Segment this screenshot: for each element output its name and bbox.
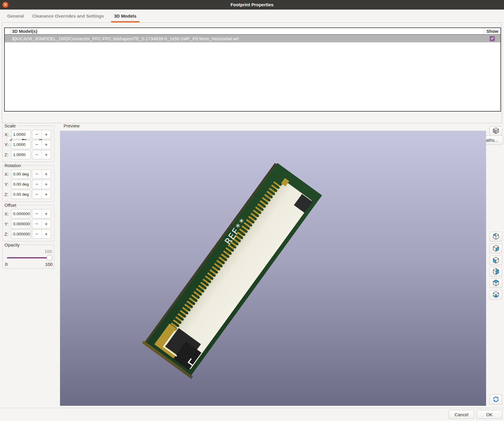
decrement-button[interactable]: −: [32, 190, 42, 199]
show-checkbox[interactable]: [490, 36, 495, 41]
increment-button[interactable]: +: [42, 170, 51, 178]
increment-button[interactable]: +: [42, 230, 51, 238]
increment-button[interactable]: +: [42, 130, 51, 139]
decrement-button[interactable]: −: [32, 220, 42, 228]
opacity-max-label: 100: [45, 262, 53, 267]
scale-y-stepper: − +: [32, 140, 51, 149]
opacity-slider-thumb[interactable]: [47, 255, 53, 261]
increment-button[interactable]: +: [42, 209, 51, 218]
table-header-row: 3D Model(s) Show: [5, 28, 500, 35]
show-cell: [484, 36, 500, 41]
model-path-cell[interactable]: ${KICAD6_3DMODEL_DIR}/Connector_FFC-FPC.…: [10, 36, 484, 41]
rotation-x-input[interactable]: [11, 169, 31, 179]
rotation-group: Rotation X: − + Y: − + Z: − +: [2, 163, 54, 202]
axis-label: Y:: [4, 221, 11, 226]
view-from-front-button[interactable]: [489, 256, 502, 265]
refresh-icon: [492, 395, 500, 404]
axis-label: X:: [4, 132, 11, 137]
view-from-bottom-button[interactable]: [489, 290, 502, 300]
axis-label: X:: [4, 172, 11, 177]
check-icon: [490, 36, 494, 41]
rotation-y-row: Y: − +: [4, 180, 53, 189]
rotation-x-stepper: − +: [32, 169, 51, 179]
scale-group-label: Scale: [4, 123, 17, 128]
view-from-right-button[interactable]: [489, 232, 502, 241]
opacity-range-labels: 0 100: [4, 261, 53, 267]
dialog-footer: Cancel OK: [0, 408, 504, 421]
scale-z-stepper: − +: [32, 150, 51, 159]
offset-x-input[interactable]: [11, 209, 31, 218]
cube-top-face-icon: [492, 279, 500, 288]
increment-button[interactable]: +: [42, 180, 51, 189]
offset-group-label: Offset: [4, 203, 17, 208]
axis-label: X:: [4, 211, 11, 216]
decrement-button[interactable]: −: [32, 209, 42, 218]
orthographic-projection-button[interactable]: [489, 126, 502, 136]
opacity-slider[interactable]: [7, 255, 51, 261]
scale-x-row: X: − +: [4, 130, 53, 139]
rotation-z-row: Z: − +: [4, 190, 53, 199]
offset-z-stepper: − +: [32, 229, 51, 239]
scale-x-stepper: − +: [32, 130, 51, 139]
view-from-top-button[interactable]: [489, 278, 502, 288]
scale-group: Scale X: − + Y: − + Z: − +: [2, 123, 54, 162]
offset-y-stepper: − +: [32, 219, 51, 229]
view-from-back-button[interactable]: [489, 267, 502, 277]
offset-x-row: X: − +: [4, 209, 53, 218]
view-from-left-button[interactable]: [489, 244, 502, 253]
decrement-button[interactable]: −: [32, 150, 42, 159]
scale-z-row: Z: − +: [4, 150, 53, 159]
row-handle-column-header: [5, 28, 10, 34]
cube-back-left-face-icon: [492, 232, 500, 241]
tab-3d-models[interactable]: 3D Models: [111, 10, 139, 22]
tab-general[interactable]: General: [6, 10, 25, 22]
scale-x-input[interactable]: [11, 130, 31, 139]
offset-z-row: Z: − +: [4, 229, 53, 239]
opacity-min-label: 0: [5, 262, 7, 267]
show-column-header: Show: [484, 28, 500, 34]
increment-button[interactable]: +: [42, 150, 51, 159]
table-row[interactable]: ${KICAD6_3DMODEL_DIR}/Connector_FFC-FPC.…: [5, 35, 500, 42]
scale-y-row: Y: − +: [4, 140, 53, 149]
rotation-group-label: Rotation: [4, 163, 22, 168]
offset-group: Offset X: − + Y: − + Z: − +: [2, 203, 54, 241]
decrement-button[interactable]: −: [32, 180, 42, 189]
rotation-z-input[interactable]: [11, 190, 31, 199]
gray-cube-icon: [492, 127, 500, 135]
ok-button[interactable]: OK: [477, 410, 502, 419]
increment-button[interactable]: +: [42, 220, 51, 228]
reload-model-button[interactable]: [489, 394, 502, 405]
cube-front-right-face-icon: [492, 244, 500, 253]
opacity-slider-track[interactable]: [7, 257, 51, 258]
preview-label: Preview: [64, 123, 79, 128]
decrement-button[interactable]: −: [32, 230, 42, 238]
offset-z-input[interactable]: [11, 229, 31, 239]
decrement-button[interactable]: −: [32, 140, 42, 149]
rotation-y-stepper: − +: [32, 180, 51, 189]
cube-right-side-icon: [492, 268, 500, 276]
rotation-y-input[interactable]: [11, 180, 31, 189]
row-handle: [5, 35, 10, 42]
opacity-group: Opacity 100 0 100: [2, 242, 54, 269]
models-panel: 3D Model(s) Show ${KICAD6_3DMODEL_DIR}/C…: [2, 22, 502, 123]
window-title: Footprint Properties: [0, 0, 504, 10]
axis-label: Z:: [4, 232, 11, 237]
increment-button[interactable]: +: [42, 190, 51, 199]
scale-y-input[interactable]: [11, 140, 31, 149]
offset-y-input[interactable]: [11, 219, 31, 229]
tab-clearance-overrides[interactable]: Clearance Overrides and Settings: [31, 10, 105, 22]
decrement-button[interactable]: −: [32, 170, 42, 178]
rotation-x-row: X: − +: [4, 169, 53, 179]
cube-front-left-face-icon: [492, 256, 500, 265]
offset-x-stepper: − +: [32, 209, 51, 218]
rotation-z-stepper: − +: [32, 190, 51, 199]
opacity-value: 100: [4, 249, 53, 254]
scale-z-input[interactable]: [11, 150, 31, 159]
increment-button[interactable]: +: [42, 140, 51, 149]
opacity-group-label: Opacity: [4, 242, 21, 247]
cancel-button[interactable]: Cancel: [449, 410, 474, 419]
offset-y-row: Y: − +: [4, 219, 53, 229]
preview-canvas[interactable]: REF**: [60, 131, 486, 406]
model-column-header: 3D Model(s): [10, 28, 484, 34]
decrement-button[interactable]: −: [32, 130, 42, 139]
